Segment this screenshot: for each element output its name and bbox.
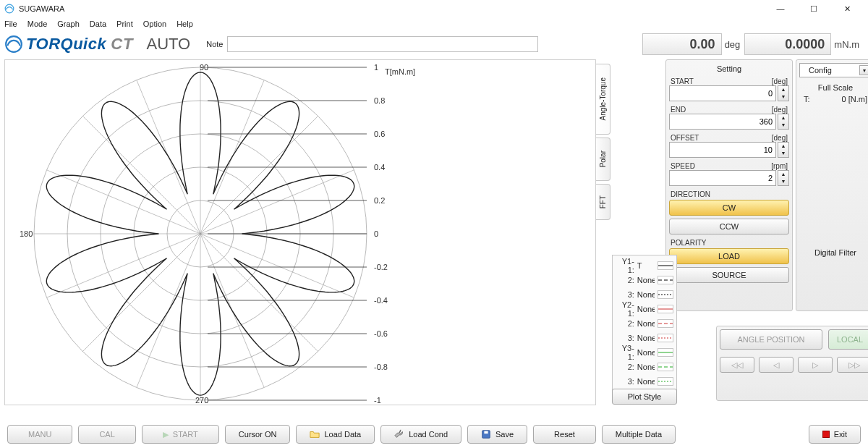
menu-mode[interactable]: Mode bbox=[27, 20, 48, 28]
brand-suffix: CT bbox=[111, 35, 133, 54]
exit-button[interactable]: Exit bbox=[809, 425, 861, 444]
svg-text:0.4: 0.4 bbox=[374, 163, 385, 172]
rewind-button[interactable]: ◁◁ bbox=[720, 357, 754, 373]
menu-option[interactable]: Option bbox=[143, 20, 166, 28]
svg-text:-0.6: -0.6 bbox=[374, 329, 388, 338]
note-input[interactable] bbox=[227, 36, 538, 52]
svg-text:0.2: 0.2 bbox=[374, 196, 385, 205]
close-button[interactable]: ✕ bbox=[830, 0, 864, 17]
header-strip: TORQuick CT AUTO Note 0.00 deg 0.0000 mN… bbox=[0, 30, 868, 59]
offset-input[interactable] bbox=[669, 142, 776, 158]
start-input[interactable] bbox=[669, 85, 776, 101]
start-button[interactable]: ▶START bbox=[142, 425, 219, 444]
step-fwd-button[interactable]: ▷ bbox=[798, 357, 833, 373]
maximize-button[interactable]: ☐ bbox=[797, 0, 830, 17]
brand-name: TORQuick bbox=[26, 35, 106, 54]
setting-panel: Setting START[deg] ▲▼ END[deg] ▲▼ OFFSET… bbox=[665, 59, 793, 311]
wrench-icon bbox=[394, 429, 404, 439]
manu-button[interactable]: MANU bbox=[7, 425, 72, 444]
folder-open-icon bbox=[310, 429, 320, 439]
t-label: T: bbox=[804, 95, 810, 103]
source-button[interactable]: SOURCE bbox=[669, 267, 789, 283]
reset-button[interactable]: Reset bbox=[533, 425, 596, 444]
config-select[interactable]: Config▾ bbox=[799, 63, 868, 77]
digital-filter-label: Digital Filter bbox=[799, 248, 868, 257]
stop-icon bbox=[822, 431, 830, 438]
menu-bar: File Mode Graph Data Print Option Help bbox=[0, 17, 868, 30]
titlebar: SUGAWARA — ☐ ✕ bbox=[0, 0, 868, 17]
load-button[interactable]: LOAD bbox=[669, 248, 789, 264]
menu-help[interactable]: Help bbox=[176, 20, 193, 28]
speed-stepper[interactable]: ▲▼ bbox=[778, 170, 789, 186]
angle-readout: 0.00 bbox=[642, 33, 722, 55]
chart-panel: 90 180 270 T[mN.m] 10.80.60.40.20-0.2-0.… bbox=[4, 59, 663, 405]
tab-polar[interactable]: Polar bbox=[596, 138, 610, 181]
offset-stepper[interactable]: ▲▼ bbox=[778, 142, 789, 158]
multiple-data-button[interactable]: Multiple Data bbox=[602, 425, 676, 444]
svg-text:-0.2: -0.2 bbox=[374, 263, 388, 271]
svg-rect-51 bbox=[484, 431, 488, 434]
svg-text:90: 90 bbox=[200, 63, 208, 72]
angle-unit: deg bbox=[722, 39, 745, 50]
svg-text:270: 270 bbox=[195, 396, 208, 405]
svg-text:0: 0 bbox=[374, 229, 378, 238]
setting-title: Setting bbox=[669, 63, 789, 76]
end-stepper[interactable]: ▲▼ bbox=[778, 114, 789, 130]
ffwd-button[interactable]: ▷▷ bbox=[837, 357, 868, 373]
note-label: Note bbox=[206, 40, 223, 48]
cw-button[interactable]: CW bbox=[669, 200, 789, 216]
menu-data[interactable]: Data bbox=[90, 20, 106, 28]
mode-label: AUTO bbox=[147, 35, 191, 54]
transport-panel: ANGLE POSITION LOCAL ◁◁ ◁ ▷ ▷▷ bbox=[716, 326, 868, 401]
load-data-button[interactable]: Load Data bbox=[296, 425, 375, 444]
polar-chart: 90 180 270 T[mN.m] 10.80.60.40.20-0.2-0.… bbox=[4, 59, 596, 405]
svg-text:-0.4: -0.4 bbox=[374, 296, 388, 305]
local-button[interactable]: LOCAL bbox=[828, 329, 868, 350]
full-scale-label: Full Scale bbox=[799, 83, 868, 92]
minimize-button[interactable]: — bbox=[764, 0, 797, 17]
cal-button[interactable]: CAL bbox=[78, 425, 135, 444]
plot-style-button[interactable]: Plot Style bbox=[612, 389, 677, 405]
t-value: 0 [N.m] bbox=[842, 95, 867, 103]
svg-text:T[mN.m]: T[mN.m] bbox=[385, 67, 415, 76]
config-panel: Config▾ Full Scale T: 0 [N.m] Digital Fi… bbox=[796, 59, 868, 311]
speed-input[interactable] bbox=[669, 170, 776, 186]
brand-logo: TORQuick CT bbox=[4, 35, 134, 54]
torque-unit: mN.m bbox=[831, 39, 864, 50]
ccw-button[interactable]: CCW bbox=[669, 219, 789, 234]
svg-text:-0.8: -0.8 bbox=[374, 363, 388, 371]
step-back-button[interactable]: ◁ bbox=[759, 357, 793, 373]
end-input[interactable] bbox=[669, 114, 776, 130]
start-stepper[interactable]: ▲▼ bbox=[778, 85, 789, 101]
torque-readout: 0.0000 bbox=[744, 33, 831, 55]
load-cond-button[interactable]: Load Cond bbox=[380, 425, 461, 444]
tab-angle-torque[interactable]: Angle-Torque bbox=[596, 64, 610, 135]
legend: Y1-1:T 2:None 3:None Y2-1:None 2:None 3:… bbox=[612, 255, 677, 392]
svg-text:180: 180 bbox=[20, 229, 33, 238]
cursor-on-button[interactable]: Cursor ON bbox=[225, 425, 291, 444]
window-title: SUGAWARA bbox=[19, 4, 64, 13]
save-button[interactable]: Save bbox=[467, 425, 527, 444]
svg-text:1: 1 bbox=[374, 63, 378, 72]
angle-position-button[interactable]: ANGLE POSITION bbox=[720, 329, 822, 350]
svg-text:0.8: 0.8 bbox=[374, 96, 385, 105]
menu-graph[interactable]: Graph bbox=[57, 20, 80, 28]
svg-text:0.6: 0.6 bbox=[374, 130, 385, 138]
tab-fft[interactable]: FFT bbox=[596, 184, 610, 220]
svg-text:-1: -1 bbox=[374, 396, 381, 405]
save-icon bbox=[481, 429, 491, 439]
menu-print[interactable]: Print bbox=[116, 20, 133, 28]
bottom-toolbar: MANU CAL ▶START Cursor ON Load Data Load… bbox=[0, 420, 868, 448]
menu-file[interactable]: File bbox=[4, 20, 17, 28]
app-icon bbox=[4, 4, 14, 14]
